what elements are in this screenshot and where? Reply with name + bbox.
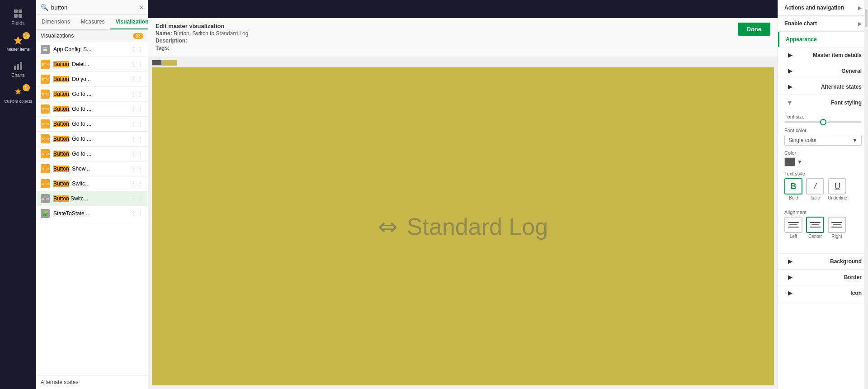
scrollbar[interactable] <box>864 0 868 389</box>
drag-handle[interactable]: ⋮⋮ <box>131 61 143 68</box>
sidebar-item-charts[interactable]: Charts <box>0 57 36 81</box>
list-item-text: Button: Go to ... <box>53 151 127 157</box>
drag-handle[interactable]: ⋮⋮ <box>131 120 143 128</box>
align-left-button[interactable]: Left <box>784 217 802 239</box>
sidebar-item-custom-objects[interactable]: Custom objects <box>0 83 36 107</box>
canvas-preview: ⇔ Standard Log <box>152 67 774 385</box>
list-item-text: Button: Go to ... <box>53 91 127 97</box>
drag-handle[interactable]: ⋮⋮ <box>131 180 143 187</box>
edit-header-title: Edit master visualization <box>156 23 248 29</box>
list-item-text: StateToState... <box>53 210 127 217</box>
item-icon-button: BTN <box>41 149 50 158</box>
section-master-item-details-header[interactable]: ▶ Master item details <box>778 47 868 63</box>
section-actions-navigation: Actions and navigation ▶ <box>778 0 868 16</box>
drag-handle[interactable]: ⋮⋮ <box>131 165 143 172</box>
item-icon-button-gray: BTN <box>41 194 50 203</box>
section-appearance: Appearance <box>778 32 868 47</box>
search-icon: 🔍 <box>41 4 48 11</box>
list-item[interactable]: BTN Button: Go to ... ⋮⋮ <box>36 117 148 132</box>
slider-thumb[interactable] <box>820 119 826 125</box>
edit-name-value: Button: Switch to Standard Log <box>174 30 248 37</box>
list-item[interactable]: 🧩 StateToState... ⋮⋮ <box>36 206 148 221</box>
font-size-row: Font size <box>784 114 862 123</box>
list-item[interactable]: BTN Button: Do yo... ⋮⋮ <box>36 72 148 87</box>
drag-handle[interactable]: ⋮⋮ <box>131 105 143 113</box>
item-icon-button: BTN <box>41 90 50 99</box>
section-appearance-header[interactable]: Appearance <box>778 32 868 47</box>
edit-name-row: Name: Button: Switch to Standard Log <box>156 30 248 37</box>
custom-objects-icon <box>13 87 24 98</box>
font-size-slider[interactable] <box>784 121 862 123</box>
list-item[interactable]: BTN Button: Go to ... ⋮⋮ <box>36 147 148 161</box>
section-font-styling-header[interactable]: ▶ Font styling <box>778 95 868 110</box>
align-right-button[interactable]: Right <box>828 217 846 239</box>
font-color-label: Font color <box>784 128 862 133</box>
canvas-tab-2[interactable] <box>162 60 177 66</box>
tab-dimensions[interactable]: Dimensions <box>36 15 75 29</box>
item-icon-button: BTN <box>41 134 50 143</box>
chevron-border: ▶ <box>788 274 792 280</box>
custom-objects-badge: 2 <box>23 84 30 91</box>
chevron-general: ▶ <box>788 68 792 74</box>
slider-track <box>784 121 862 123</box>
font-color-select[interactable]: Single color ▼ <box>784 135 862 146</box>
chevron-down-icon: ▼ <box>852 137 858 143</box>
item-icon-puzzle: 🧩 <box>41 209 50 218</box>
list-item-selected[interactable]: BTN Button Switc... ⋮⋮ <box>36 191 148 206</box>
drag-handle[interactable]: ⋮⋮ <box>131 150 143 157</box>
svg-rect-7 <box>20 62 22 70</box>
list-item-text: Button: Go to ... <box>53 121 127 127</box>
align-left-icon <box>784 217 802 233</box>
search-clear-button[interactable]: × <box>140 4 143 11</box>
right-panel: Actions and navigation ▶ Enable chart ▶ … <box>778 0 868 389</box>
sidebar-item-fields[interactable]: Fields <box>0 5 36 29</box>
sidebar-item-master-items[interactable]: Master items <box>0 31 36 55</box>
list-item-text: Button: Go to ... <box>53 106 127 112</box>
drag-handle[interactable]: ⋮⋮ <box>131 135 143 142</box>
tab-measures[interactable]: Measures <box>75 15 110 29</box>
edit-description-row: Description: <box>156 38 248 44</box>
chevron-icon: ▶ <box>788 290 792 296</box>
list-item-text: Button: Delet... <box>53 61 127 67</box>
search-input[interactable] <box>51 4 137 11</box>
svg-rect-0 <box>14 9 18 13</box>
canvas-tab-1[interactable] <box>152 60 162 66</box>
italic-button[interactable]: / Italic <box>806 178 824 200</box>
section-actions-navigation-header[interactable]: Actions and navigation ▶ <box>778 0 868 15</box>
chevron-background: ▶ <box>788 258 792 265</box>
align-center-button[interactable]: Center <box>806 217 824 239</box>
color-swatch[interactable] <box>784 157 795 166</box>
list-item[interactable]: BTN Button: Go to ... ⋮⋮ <box>36 132 148 147</box>
drag-handle[interactable]: ⋮⋮ <box>131 195 143 202</box>
underline-icon: U <box>828 178 846 194</box>
list-item[interactable]: App Config: S... ⋮⋮ <box>36 42 148 57</box>
section-icon-header[interactable]: ▶ Icon <box>778 285 868 301</box>
section-alternate-states-header[interactable]: ▶ Alternate states <box>778 79 868 95</box>
svg-rect-3 <box>19 14 22 18</box>
list-item[interactable]: BTN Button: Go to ... ⋮⋮ <box>36 87 148 102</box>
section-general-header[interactable]: ▶ General <box>778 63 868 79</box>
text-style-buttons: B Bold / Italic U Underline <box>784 178 862 200</box>
drag-handle[interactable]: ⋮⋮ <box>131 90 143 98</box>
list-item[interactable]: BTN Button: Delet... ⋮⋮ <box>36 57 148 72</box>
left-sidebar: Fields Master items 13 Charts <box>0 0 36 389</box>
list-item[interactable]: BTN Button: Switc... ⋮⋮ <box>36 176 148 191</box>
list-item[interactable]: BTN Button: Go to ... ⋮⋮ <box>36 102 148 117</box>
done-button[interactable]: Done <box>738 23 771 36</box>
edit-name-label: Name: <box>156 30 172 37</box>
bold-button[interactable]: B Bold <box>784 178 802 200</box>
drag-handle[interactable]: ⋮⋮ <box>131 210 143 217</box>
underline-button[interactable]: U Underline <box>828 178 847 200</box>
drag-handle[interactable]: ⋮⋮ <box>131 76 143 83</box>
bold-label: Bold <box>789 195 798 200</box>
chevron-alternate-states: ▶ <box>788 84 792 90</box>
section-background-header[interactable]: ▶ Background <box>778 254 868 269</box>
section-enable-chart-header[interactable]: Enable chart ▶ <box>778 16 868 31</box>
section-border-header[interactable]: ▶ Border <box>778 270 868 285</box>
drag-handle[interactable]: ⋮⋮ <box>131 46 143 53</box>
chevron-font-styling: ▶ <box>788 101 793 104</box>
list-item[interactable]: BTN Button: Show... ⋮⋮ <box>36 161 148 176</box>
section-border: ▶ Border <box>778 270 868 285</box>
bold-icon: B <box>784 178 802 194</box>
section-general: ▶ General <box>778 63 868 79</box>
